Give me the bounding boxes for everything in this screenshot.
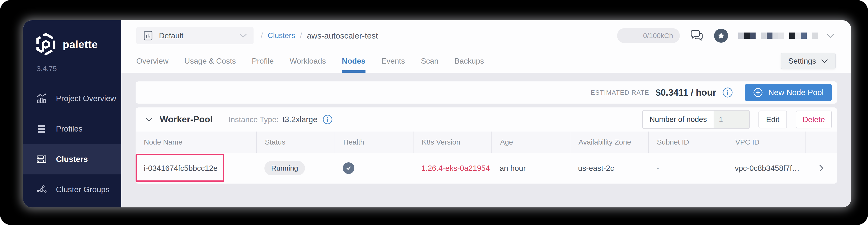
worker-pool-panel: Worker-Pool Instance Type: t3.2xlarge Nu… (135, 107, 837, 184)
new-node-pool-button[interactable]: New Node Pool (745, 84, 832, 101)
breadcrumb-link-clusters[interactable]: Clusters (268, 31, 295, 40)
star-icon (717, 32, 725, 39)
cell-vpc-id: vpc-0c8b3458f7f… (726, 153, 805, 184)
plus-circle-icon (753, 87, 763, 98)
breadcrumb-separator: / (261, 31, 263, 40)
redacted-block (761, 33, 784, 39)
cell-row-expand[interactable] (805, 153, 837, 184)
favorites-button[interactable] (714, 29, 728, 43)
column-header-vpc-id: VPC ID (726, 132, 805, 153)
tab-label: Usage & Costs (184, 57, 236, 66)
column-header-age: Age (491, 132, 570, 153)
chat-icon (690, 29, 704, 42)
pool-name: Worker-Pool (160, 114, 213, 124)
usage-quota-text: 0/100kCh (643, 32, 673, 40)
vpc-id-text: vpc-0c8b3458f7f… (735, 153, 800, 184)
sidebar-item-label: Profiles (56, 124, 83, 134)
column-header-health: Health (335, 132, 413, 153)
tab-scan[interactable]: Scan (421, 49, 439, 73)
tab-label: Overview (136, 57, 168, 66)
cell-k8s-version: 1.26.4-eks-0a21954 (413, 153, 491, 184)
chevron-down-icon (239, 33, 247, 38)
breadcrumb: / Clusters / aws-autoscaler-test (261, 31, 378, 40)
tab-backups[interactable]: Backups (455, 49, 484, 73)
star-badge (714, 29, 728, 43)
page-header: Default / Clusters / aws-autoscaler-test… (121, 20, 851, 73)
check-icon (345, 165, 352, 171)
tab-label: Profile (252, 57, 274, 66)
info-icon[interactable] (322, 114, 333, 125)
cell-availability-zone: us-east-2c (570, 153, 648, 184)
cell-age: an hour (491, 153, 570, 184)
bar-chart-icon (36, 93, 47, 104)
chat-button[interactable] (690, 29, 704, 42)
tab-label: Events (381, 57, 405, 66)
tab-label: Scan (421, 57, 439, 66)
column-header-node-name: Node Name (135, 132, 256, 153)
tab-usage-costs[interactable]: Usage & Costs (184, 49, 236, 73)
cell-health (335, 153, 413, 184)
project-icon (143, 30, 154, 41)
column-header-actions (805, 132, 837, 153)
project-selector[interactable]: Default (136, 27, 253, 44)
new-node-pool-label: New Node Pool (768, 88, 824, 97)
breadcrumb-current: aws-autoscaler-test (307, 31, 378, 40)
instance-type-value: t3.2xlarge (282, 115, 317, 124)
redacted-block (738, 33, 755, 39)
logo: palette (23, 31, 121, 58)
sidebar-item-project-overview[interactable]: Project Overview (23, 83, 121, 114)
redacted-block (789, 33, 807, 39)
redacted-user-info (738, 33, 818, 39)
cell-status: Running (256, 153, 335, 184)
worker-pool-header: Worker-Pool Instance Type: t3.2xlarge Nu… (135, 107, 837, 132)
delete-button[interactable]: Delete (796, 111, 832, 128)
number-of-nodes-control: Number of nodes 1 (642, 110, 750, 129)
number-of-nodes-label: Number of nodes (643, 111, 714, 128)
estimated-rate-value: $0.3411 / hour (655, 87, 716, 98)
usage-quota-pill: 0/100kCh (617, 28, 680, 43)
tab-overview[interactable]: Overview (136, 49, 168, 73)
sidebar-item-label: Clusters (56, 155, 88, 164)
chevron-right-icon (819, 164, 824, 172)
estimated-rate-panel: ESTIMATED RATE $0.3411 / hour New Node P… (135, 81, 837, 104)
column-header-k8s-version: K8s Version (413, 132, 491, 153)
project-selector-label: Default (159, 31, 183, 40)
cluster-tabs: Overview Usage & Costs Profile Workloads… (121, 49, 851, 73)
collapse-chevron-icon[interactable] (145, 117, 153, 122)
redacted-block (812, 33, 818, 39)
layers-icon (36, 123, 47, 134)
tab-workloads[interactable]: Workloads (289, 49, 326, 73)
chevron-down-icon (826, 33, 835, 38)
instance-type-label: Instance Type: (228, 115, 279, 124)
sidebar-item-profiles[interactable]: Profiles (23, 114, 121, 144)
nodes-count-input[interactable]: 1 (714, 111, 749, 128)
sidebar-item-clusters[interactable]: Clusters (23, 144, 121, 175)
server-icon (36, 154, 47, 164)
app-title: palette (63, 39, 98, 50)
sidebar-item-label: Cluster Groups (56, 185, 110, 194)
column-header-status: Status (256, 132, 335, 153)
top-bar: Default / Clusters / aws-autoscaler-test… (121, 20, 851, 49)
tab-nodes[interactable]: Nodes (342, 49, 366, 73)
estimated-rate-label: ESTIMATED RATE (591, 89, 649, 97)
tab-label: Nodes (342, 57, 366, 66)
account-menu-button[interactable] (826, 33, 835, 38)
column-header-subnet-id: Subnet ID (648, 132, 726, 153)
column-header-availability-zone: Availability Zone (570, 132, 648, 153)
status-badge: Running (265, 161, 305, 175)
nodes-table-header: Node Name Status Health K8s Version Age … (135, 132, 837, 153)
sidebar-menu: Project Overview Profiles (23, 83, 121, 205)
sidebar-item-label: Project Overview (56, 94, 116, 103)
app-version: 3.4.75 (37, 65, 121, 73)
edit-button[interactable]: Edit (758, 111, 787, 128)
tab-events[interactable]: Events (381, 49, 405, 73)
node-table-row[interactable]: i-0341674fc5bbcc12e Running 1.26.4-eks-0… (135, 153, 837, 184)
info-icon[interactable] (722, 87, 733, 98)
cell-subnet-id: - (648, 153, 726, 184)
sidebar-item-cluster-groups[interactable]: Cluster Groups (23, 175, 121, 205)
settings-button[interactable]: Settings (781, 53, 836, 69)
tab-label: Backups (455, 57, 484, 66)
tab-profile[interactable]: Profile (252, 49, 274, 73)
app-window: palette 3.4.75 Project Overview (23, 20, 851, 208)
palette-logo-icon (35, 33, 57, 57)
